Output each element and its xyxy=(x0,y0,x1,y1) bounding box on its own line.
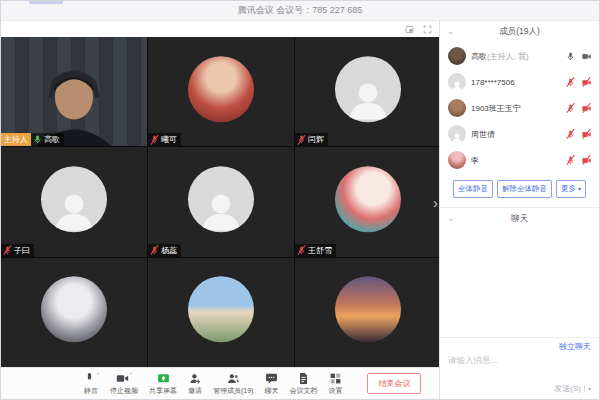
mic-icon xyxy=(33,135,42,144)
member-camera-icon[interactable] xyxy=(582,130,591,139)
chat-footer: 独立聊天 发送(S) ▾ xyxy=(440,337,599,399)
host-badge: 主持人 xyxy=(1,133,31,146)
more-button[interactable]: 更多 ▾ xyxy=(556,180,586,198)
unmute-all-button[interactable]: 解除全体静音 xyxy=(497,180,552,198)
member-row[interactable]: 178****7506 xyxy=(440,69,599,95)
chat-section-header: ⌄ 聊天 xyxy=(440,208,599,230)
person-icon xyxy=(450,131,463,143)
participant-avatar xyxy=(335,277,401,343)
member-mic-icon[interactable] xyxy=(566,52,575,61)
person-icon xyxy=(344,75,393,122)
settings-icon xyxy=(329,372,342,385)
video-grid: 主持人 高歌 曦可 xyxy=(1,37,441,367)
mic-muted-icon xyxy=(3,246,12,255)
mic-muted-icon xyxy=(297,135,306,144)
mute-button[interactable]: ˆ 静音 xyxy=(83,372,99,396)
video-tile[interactable]: 杨蕊 xyxy=(148,147,294,256)
participant-name: 闫辉 xyxy=(308,134,324,145)
invite-button[interactable]: 邀请 xyxy=(188,372,202,396)
member-camera-icon[interactable] xyxy=(582,156,591,165)
participant-avatar xyxy=(335,166,401,232)
member-camera-icon[interactable] xyxy=(582,78,591,87)
video-tile[interactable] xyxy=(148,258,294,367)
member-mic-icon[interactable] xyxy=(566,104,575,113)
chat-icon xyxy=(265,372,278,385)
video-area: 主持人 高歌 曦可 xyxy=(1,21,441,399)
participant-avatar-placeholder xyxy=(188,166,254,232)
chat-messages-area[interactable] xyxy=(440,230,599,337)
settings-button[interactable]: 设置 xyxy=(328,372,342,396)
mic-icon xyxy=(83,372,96,385)
share-screen-button[interactable]: 共享屏幕 xyxy=(149,372,177,396)
video-tile[interactable]: 曦可 xyxy=(148,37,294,146)
meeting-docs-button[interactable]: 会议文档 xyxy=(289,372,317,396)
stop-video-button[interactable]: ˆ 停止视频 xyxy=(110,372,138,396)
member-mic-icon[interactable] xyxy=(566,78,575,87)
participant-video xyxy=(1,37,147,146)
members-header-label: 成员(19人) xyxy=(499,26,540,38)
meeting-toolbar: ˆ 静音 ˆ 停止视频 共享屏幕 邀请 管理成员(19) 聊天 xyxy=(1,367,441,399)
window-title: 腾讯会议 会议号：785 227 685 xyxy=(238,4,363,17)
member-name: 1903班王玉宁 xyxy=(471,104,521,113)
collapse-members-icon[interactable]: ⌄ xyxy=(447,26,455,36)
participant-name: 曦可 xyxy=(161,134,177,145)
members-section-header: ⌄ 成员(19人) xyxy=(440,21,599,43)
chevron-down-icon: ▾ xyxy=(578,186,581,192)
next-page-arrow[interactable]: › xyxy=(431,193,440,212)
end-meeting-button[interactable]: 结束会议 xyxy=(367,373,421,394)
member-camera-icon[interactable] xyxy=(582,52,591,61)
member-mic-icon[interactable] xyxy=(566,156,575,165)
chat-header-label: 聊天 xyxy=(511,213,528,225)
sidebar: ⌄ 成员(19人) 高歌(主持人, 我) 178****7506 1903班王玉… xyxy=(439,21,599,399)
chat-input[interactable] xyxy=(440,353,599,379)
grid-topbar xyxy=(1,21,441,37)
fullscreen-icon[interactable] xyxy=(423,25,432,34)
member-name: 高歌 xyxy=(471,52,487,61)
video-tile[interactable]: 王舒雪 xyxy=(295,147,441,256)
meeting-window: 腾讯会议 会议号：785 227 685 xyxy=(0,0,600,400)
participant-name: 王舒雪 xyxy=(308,245,332,256)
video-tile[interactable]: 闫辉 xyxy=(295,37,441,146)
member-avatar-placeholder xyxy=(448,125,466,143)
member-camera-icon[interactable] xyxy=(582,104,591,113)
video-tile[interactable]: 子曰 xyxy=(1,147,147,256)
member-row[interactable]: 李 xyxy=(440,147,599,173)
mute-all-button[interactable]: 全体静音 xyxy=(453,180,493,198)
participant-name: 杨蕊 xyxy=(161,245,177,256)
participant-avatar xyxy=(188,56,254,122)
document-icon xyxy=(297,372,310,385)
person-video-silhouette xyxy=(11,48,137,147)
person-icon xyxy=(450,79,463,91)
member-avatar xyxy=(448,47,466,65)
mic-muted-icon xyxy=(297,246,306,255)
video-tile-host[interactable]: 主持人 高歌 xyxy=(1,37,147,146)
collapse-chat-icon[interactable]: ⌄ xyxy=(447,213,455,223)
manage-members-button[interactable]: 管理成员(19) xyxy=(213,372,253,396)
participant-name: 高歌 xyxy=(44,134,60,145)
window-chrome-accent xyxy=(29,1,63,4)
send-button[interactable]: 发送(S) xyxy=(554,383,581,394)
layout-view-icon[interactable] xyxy=(405,25,414,34)
send-options-caret-icon[interactable]: ▾ xyxy=(584,385,591,392)
share-screen-icon xyxy=(157,372,170,385)
video-tile[interactable] xyxy=(295,258,441,367)
nameplate: 主持人 高歌 xyxy=(1,133,64,146)
video-tile[interactable] xyxy=(1,258,147,367)
member-row[interactable]: 1903班王玉宁 xyxy=(440,95,599,121)
detach-chat-link[interactable]: 独立聊天 xyxy=(440,338,599,353)
person-icon xyxy=(50,185,99,232)
camera-icon xyxy=(116,372,129,385)
mic-muted-icon xyxy=(150,135,159,144)
member-row[interactable]: 高歌(主持人, 我) xyxy=(440,43,599,69)
participant-name: 子曰 xyxy=(14,245,30,256)
invite-icon xyxy=(189,372,202,385)
member-mic-icon[interactable] xyxy=(566,130,575,139)
member-avatar xyxy=(448,99,466,117)
chat-button[interactable]: 聊天 xyxy=(264,372,278,396)
participant-avatar-placeholder xyxy=(41,166,107,232)
titlebar: 腾讯会议 会议号：785 227 685 xyxy=(1,1,599,21)
person-icon xyxy=(197,185,246,232)
member-role-suffix: (主持人, 我) xyxy=(487,52,529,61)
member-row[interactable]: 周世倩 xyxy=(440,121,599,147)
member-name: 李 xyxy=(471,156,479,165)
